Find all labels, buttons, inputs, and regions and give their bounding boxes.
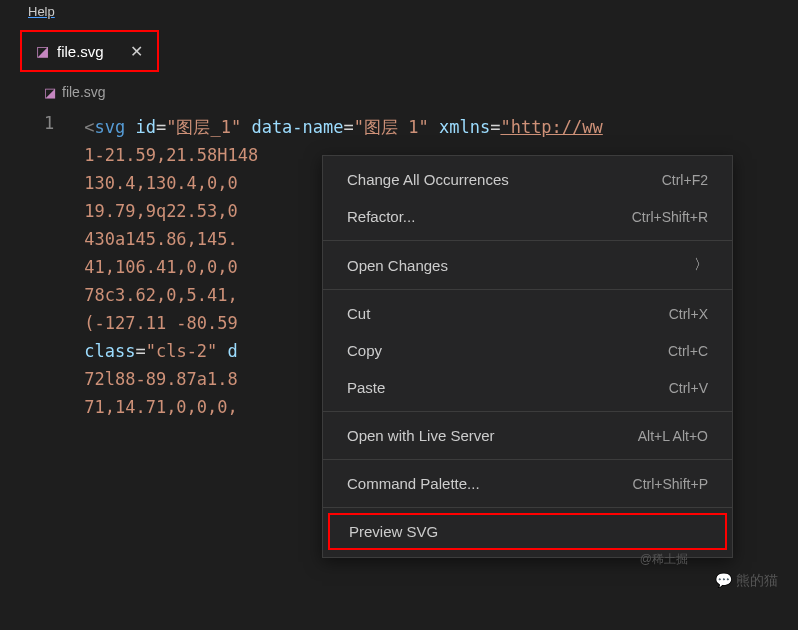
context-menu: Change All Occurrences Ctrl+F2 Refactor.… [322, 155, 733, 558]
file-icon: ◪ [44, 85, 56, 100]
menu-cut[interactable]: Cut Ctrl+X [323, 295, 732, 332]
menu-open-changes[interactable]: Open Changes 〉 [323, 246, 732, 284]
menu-change-all-occurrences[interactable]: Change All Occurrences Ctrl+F2 [323, 161, 732, 198]
file-icon: ◪ [36, 43, 49, 59]
line-number: 1 [44, 113, 84, 421]
menu-paste[interactable]: Paste Ctrl+V [323, 369, 732, 406]
menubar: Help [0, 0, 798, 10]
watermark-sublabel: @稀土掘 [640, 551, 688, 568]
close-icon[interactable]: ✕ [130, 42, 143, 61]
menu-preview-svg[interactable]: Preview SVG [328, 513, 727, 550]
tab-label: file.svg [57, 43, 104, 60]
menu-refactor[interactable]: Refactor... Ctrl+Shift+R [323, 198, 732, 235]
menu-separator [323, 411, 732, 412]
menu-separator [323, 289, 732, 290]
breadcrumb-label: file.svg [62, 84, 106, 100]
tab-bar: ◪ file.svg ✕ [0, 10, 798, 72]
menu-copy[interactable]: Copy Ctrl+C [323, 332, 732, 369]
menu-separator [323, 459, 732, 460]
breadcrumb[interactable]: ◪ file.svg [0, 72, 798, 108]
menu-open-live-server[interactable]: Open with Live Server Alt+L Alt+O [323, 417, 732, 454]
chevron-right-icon: 〉 [694, 256, 708, 274]
menu-separator [323, 507, 732, 508]
tab-file-svg[interactable]: ◪ file.svg ✕ [20, 30, 159, 72]
menu-command-palette[interactable]: Command Palette... Ctrl+Shift+P [323, 465, 732, 502]
watermark: 💬 熊的猫 [715, 572, 778, 590]
menu-help[interactable]: Help [20, 0, 63, 10]
menu-separator [323, 240, 732, 241]
